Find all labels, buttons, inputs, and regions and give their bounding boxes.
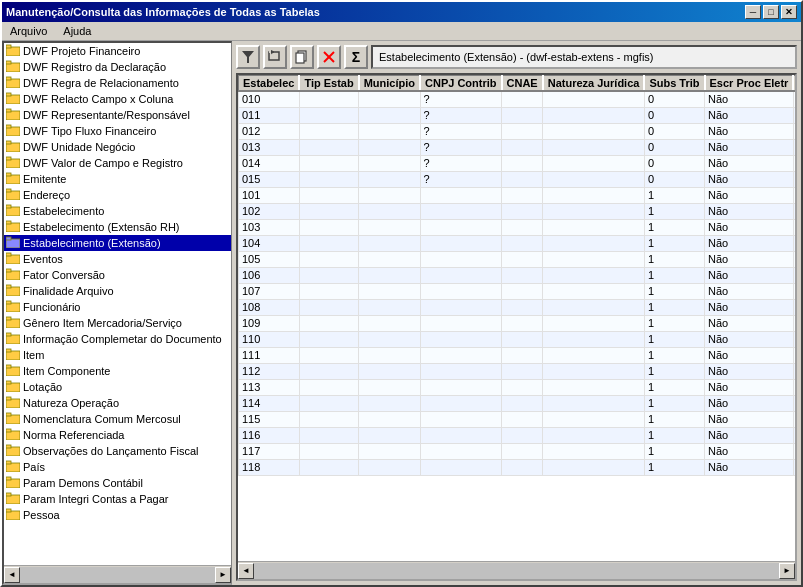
- table-row[interactable]: 1051Não: [239, 251, 796, 267]
- list-item[interactable]: Norma Referenciada: [4, 427, 231, 443]
- folder-icon: [6, 316, 20, 330]
- list-item[interactable]: Endereço: [4, 187, 231, 203]
- table-cell: [502, 395, 543, 411]
- table-cell: [502, 155, 543, 171]
- close-button[interactable]: ✕: [781, 5, 797, 19]
- table-row[interactable]: 015?0Não: [239, 171, 796, 187]
- table-cell: [502, 171, 543, 187]
- table-cell: [359, 219, 420, 235]
- table-row[interactable]: 1041Não: [239, 235, 796, 251]
- hscroll-track[interactable]: [20, 567, 215, 583]
- list-item[interactable]: Estabelecimento (Extensão): [4, 235, 231, 251]
- table-cell: [299, 363, 358, 379]
- table-hscroll-track[interactable]: [254, 563, 779, 579]
- list-item[interactable]: Item: [4, 347, 231, 363]
- list-item[interactable]: Lotação: [4, 379, 231, 395]
- filter-button[interactable]: [236, 45, 260, 69]
- table-row[interactable]: 1071Não: [239, 283, 796, 299]
- delete-button[interactable]: [317, 45, 341, 69]
- table-row[interactable]: 1061Não: [239, 267, 796, 283]
- table-row[interactable]: 1021Não: [239, 203, 796, 219]
- table-row[interactable]: 1111Não: [239, 347, 796, 363]
- table-hscroll-left[interactable]: ◄: [238, 563, 254, 579]
- list-item[interactable]: DWF Regra de Relacionamento: [4, 75, 231, 91]
- svg-rect-3: [6, 61, 11, 64]
- table-row[interactable]: 1031Não: [239, 219, 796, 235]
- list-item[interactable]: Param Integri Contas a Pagar: [4, 491, 231, 507]
- table-row[interactable]: 1101Não: [239, 331, 796, 347]
- sum-icon: Σ: [352, 49, 360, 65]
- table-cell: [359, 139, 420, 155]
- table-row[interactable]: 011?0Não: [239, 107, 796, 123]
- table-cell: 1: [644, 219, 704, 235]
- menu-arquivo[interactable]: Arquivo: [6, 24, 51, 38]
- list-item[interactable]: Gênero Item Mercadoria/Serviço: [4, 315, 231, 331]
- table-cell: Não: [705, 379, 794, 395]
- table-cell: [359, 395, 420, 411]
- table-row[interactable]: 1081Não: [239, 299, 796, 315]
- svg-rect-9: [6, 109, 11, 112]
- sum-button[interactable]: Σ: [344, 45, 368, 69]
- table-row[interactable]: 1131Não: [239, 379, 796, 395]
- table-wrapper[interactable]: Estabelec Tip Estab Município CNPJ Contr…: [238, 75, 795, 561]
- table-cell: [299, 459, 358, 475]
- list-item[interactable]: DWF Tipo Fluxo Financeiro: [4, 123, 231, 139]
- table-row[interactable]: 014?0Não: [239, 155, 796, 171]
- list-item[interactable]: DWF Registro da Declaração: [4, 59, 231, 75]
- table-cell: 103: [239, 219, 300, 235]
- hscroll-right-btn[interactable]: ►: [215, 567, 231, 583]
- refresh-button[interactable]: [263, 45, 287, 69]
- list-item[interactable]: Estabelecimento (Extensão RH): [4, 219, 231, 235]
- table-row[interactable]: 1121Não: [239, 363, 796, 379]
- list-item[interactable]: Finalidade Arquivo: [4, 283, 231, 299]
- table-row[interactable]: 013?0Não: [239, 139, 796, 155]
- minimize-button[interactable]: ─: [745, 5, 761, 19]
- list-item[interactable]: Observações do Lançamento Fiscal: [4, 443, 231, 459]
- table-cell: Não: [705, 171, 794, 187]
- table-row[interactable]: 1171Não: [239, 443, 796, 459]
- list-item[interactable]: DWF Projeto Financeiro: [4, 43, 231, 59]
- list-item[interactable]: DWF Representante/Responsável: [4, 107, 231, 123]
- table-cell: Não: [705, 347, 794, 363]
- list-item[interactable]: Fator Conversão: [4, 267, 231, 283]
- list-item[interactable]: Natureza Operação: [4, 395, 231, 411]
- menu-ajuda[interactable]: Ajuda: [59, 24, 95, 38]
- table-cell: ?: [420, 155, 502, 171]
- list-item[interactable]: Funcionário: [4, 299, 231, 315]
- table-hscroll-right[interactable]: ►: [779, 563, 795, 579]
- table-cell: Não: [705, 267, 794, 283]
- list-item[interactable]: Nomenclatura Comum Mercosul: [4, 411, 231, 427]
- table-row[interactable]: 1161Não: [239, 427, 796, 443]
- col-header-cnpj: CNPJ Contrib: [420, 76, 502, 92]
- list-item[interactable]: Emitente: [4, 171, 231, 187]
- table-row[interactable]: 1141Não: [239, 395, 796, 411]
- table-cell: [543, 443, 645, 459]
- table-list[interactable]: DWF Projeto Financeiro DWF Registro da D…: [4, 43, 231, 565]
- list-item[interactable]: Informação Complemetar do Documento: [4, 331, 231, 347]
- list-item[interactable]: DWF Relacto Campo x Coluna: [4, 91, 231, 107]
- list-item[interactable]: DWF Unidade Negócio: [4, 139, 231, 155]
- table-cell: [420, 363, 502, 379]
- list-item[interactable]: Param Demons Contábil: [4, 475, 231, 491]
- list-item[interactable]: País: [4, 459, 231, 475]
- list-item[interactable]: Item Componente: [4, 363, 231, 379]
- table-row[interactable]: 1011Não: [239, 187, 796, 203]
- list-item[interactable]: DWF Valor de Campo e Registro: [4, 155, 231, 171]
- list-item[interactable]: Eventos: [4, 251, 231, 267]
- col-header-tip: Tip Estab: [299, 76, 358, 92]
- table-row[interactable]: 1151Não: [239, 411, 796, 427]
- table-row[interactable]: 012?0Não: [239, 123, 796, 139]
- hscroll-left-btn[interactable]: ◄: [4, 567, 20, 583]
- copy-button[interactable]: [290, 45, 314, 69]
- table-row[interactable]: 1091Não: [239, 315, 796, 331]
- list-item[interactable]: Pessoa: [4, 507, 231, 523]
- table-row[interactable]: 1181Não: [239, 459, 796, 475]
- list-item[interactable]: Estabelecimento: [4, 203, 231, 219]
- table-cell: [359, 299, 420, 315]
- table-row[interactable]: 010?0Não: [239, 91, 796, 107]
- table-cell: 015: [239, 171, 300, 187]
- table-cell: [420, 187, 502, 203]
- maximize-button[interactable]: □: [763, 5, 779, 19]
- table-cell: [793, 315, 795, 331]
- svg-rect-51: [6, 445, 11, 448]
